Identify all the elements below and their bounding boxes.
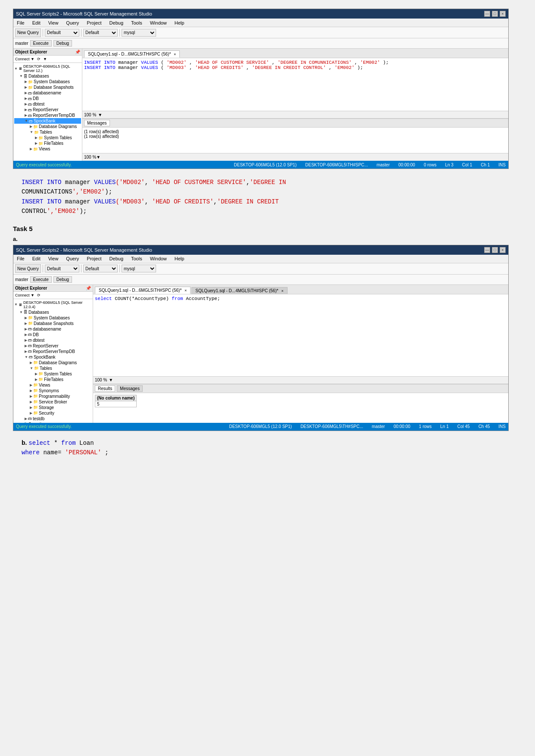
db-dropdown-2[interactable]: Default	[45, 265, 79, 272]
oe2-reportserver[interactable]: ▶ 🗃 ReportServer	[14, 343, 92, 349]
oe2-sec[interactable]: ▶ 🔒 Security	[14, 422, 92, 423]
oe2-db[interactable]: ▶ 🗃 DB	[14, 332, 92, 337]
menu-window[interactable]: Window	[148, 20, 169, 25]
debug-button-1[interactable]: Debug	[53, 40, 72, 47]
oe-refresh-btn[interactable]: ⟳	[36, 56, 41, 62]
menu-query[interactable]: Query	[64, 20, 81, 25]
query-editor-1[interactable]: INSERT INTO manager VALUES ( 'MD002' , '…	[82, 58, 508, 111]
menu-project[interactable]: Project	[85, 20, 103, 25]
menu2-view[interactable]: View	[47, 256, 60, 261]
oe2-refresh[interactable]: ⟳	[36, 293, 41, 298]
query-tab-2a[interactable]: SQLQuery1.sql - D...6MGL5\TH#SPC (56)* ×	[95, 287, 191, 294]
oe2-tables[interactable]: ▼ 📁 Tables	[14, 366, 92, 371]
oe-system-db[interactable]: ▶ 📁 System Databases	[14, 79, 81, 84]
oe2-sysdb[interactable]: ▶ 📁 System Databases	[14, 315, 92, 321]
oe2-filetables[interactable]: ▶ 📁 FileTables	[14, 377, 92, 382]
oe-diagrams[interactable]: ▶ 📁 Database Diagrams	[14, 124, 81, 129]
messages-tab-1[interactable]: Messages	[84, 120, 110, 126]
login-dropdown-2[interactable]: mysql	[122, 265, 156, 272]
minimize-button[interactable]: —	[484, 11, 490, 17]
messages2-tab[interactable]: Messages	[117, 385, 143, 392]
menu-tools[interactable]: Tools	[129, 20, 144, 25]
menu2-help[interactable]: Help	[173, 256, 186, 261]
titlebar-1: SQL Server Scripts2 - Microsoft SQL Serv…	[13, 9, 508, 19]
query-tab-2b[interactable]: SQLQuery1.sql - D...4MGL5\TH#SPC (56)* ×	[191, 287, 287, 294]
query-editor-2[interactable]: select COUNT(*AccountType) from AccountT…	[93, 294, 508, 376]
oe2-spockbank[interactable]: ▼ 🗃 SpockBank	[14, 354, 92, 360]
oe-reportserver[interactable]: ▶ 🗃 ReportServer	[14, 107, 81, 112]
code-kw-values2: VALUES	[94, 198, 116, 205]
oe2-dbtest[interactable]: ▶ 🗃 dbtest	[14, 337, 92, 343]
debug-btn-2[interactable]: Debug	[53, 276, 72, 283]
query-results-1: Messages (1 row(s) affected) (1 row(s) a…	[82, 119, 508, 153]
menu2-window[interactable]: Window	[148, 256, 169, 261]
oe-dbtest[interactable]: ▶ 🗃 dbtest	[14, 101, 81, 107]
status-left-2: Query executed successfully.	[16, 424, 72, 429]
oe-db-node[interactable]: ▶ 🗃 databasename	[14, 90, 81, 96]
database-dropdown-1[interactable]: Default	[45, 29, 79, 37]
sql-comma-4: ,	[189, 65, 195, 70]
oe-spockbank[interactable]: ▼ 🗃 SpockBank	[14, 118, 81, 124]
oe-title-2: Object Explorer	[15, 286, 47, 291]
execute-button-1[interactable]: Execute	[30, 40, 52, 47]
results2-tab[interactable]: Results	[95, 385, 115, 392]
oe-snapshots[interactable]: ▶ 📁 Database Snapshots	[14, 84, 81, 90]
oe2-diagrams[interactable]: ▶ 📁 Database Diagrams	[14, 360, 92, 366]
oe-filter-btn[interactable]: ▼	[42, 56, 48, 62]
oe2-storage[interactable]: ▶ 📁 Storage	[14, 405, 92, 410]
query-results-zoom-1: 100 % ▼	[82, 153, 508, 161]
oe2-reporttemp[interactable]: ▶ 🗃 ReportServerTempDB	[14, 349, 92, 354]
oe2-connect[interactable]: Connect ▼	[14, 293, 35, 298]
query2-tab-close[interactable]: ×	[185, 288, 187, 293]
menu2-file[interactable]: File	[15, 256, 26, 261]
oe-connect-btn[interactable]: Connect ▼	[14, 56, 35, 62]
oe-filetables[interactable]: ▶ 📁 FileTables	[14, 141, 81, 146]
menu-debug[interactable]: Debug	[108, 20, 125, 25]
oe2-security[interactable]: ▶ 📁 Security	[14, 410, 92, 416]
oe2-server[interactable]: ▼ 🖥 DESKTOP-606MGL5 (SQL Server 12.0.4)	[14, 300, 92, 309]
menu2-edit[interactable]: Edit	[31, 256, 42, 261]
query-tabs-1: SQLQuery1.sql - D...6MGL5\TH#SPC (56)* ×	[82, 49, 508, 58]
oe-views[interactable]: ▶ 📁 Views	[14, 146, 81, 152]
oe2-databases[interactable]: ▼ 🗄 Databases	[14, 309, 92, 315]
oe2-servicebroker[interactable]: ▶ 📁 Service Broker	[14, 399, 92, 405]
oe2-synonyms[interactable]: ▶ 📁 Synonyms	[14, 388, 92, 394]
server-dropdown-2[interactable]: Default	[83, 265, 118, 272]
new-query-button[interactable]: New Query	[15, 28, 41, 37]
oe-databases-node[interactable]: ▼ 🗄 Databases	[14, 73, 81, 79]
query-tab-1[interactable]: SQLQuery1.sql - D...6MGL5\TH#SPC (56)* ×	[84, 50, 180, 58]
oe2-snaps[interactable]: ▶ 📁 Database Snapshots	[14, 321, 92, 326]
menu-file[interactable]: File	[15, 20, 26, 25]
menu2-project[interactable]: Project	[85, 256, 103, 261]
code-str-8: ','EM002'	[47, 208, 80, 215]
oe2-systables[interactable]: ▶ 📁 System Tables	[14, 371, 92, 377]
menu2-query[interactable]: Query	[64, 256, 81, 261]
oe-system-tables[interactable]: ▶ 📁 System Tables	[14, 135, 81, 141]
ssms-body-1: Object Explorer 📌 Connect ▼ ⟳ ▼ ▼ 🖥 DESK…	[13, 49, 508, 161]
oe2-views[interactable]: ▶ 📁 Views	[14, 382, 92, 388]
menu-view[interactable]: View	[47, 20, 60, 25]
minimize-btn-2[interactable]: —	[484, 247, 490, 253]
maximize-button[interactable]: □	[492, 11, 498, 17]
menu-edit[interactable]: Edit	[31, 20, 42, 25]
oe2-dbname[interactable]: ▶ 🗃 databasename	[14, 326, 92, 332]
toolbar2-2: master Execute Debug	[13, 275, 508, 285]
oe-db2[interactable]: ▶ 🗃 DB	[14, 96, 81, 101]
menu2-tools[interactable]: Tools	[129, 256, 144, 261]
oe2-testdb[interactable]: ▶ 🗃 testdb	[14, 416, 92, 422]
query-tab-close-1[interactable]: ×	[174, 52, 176, 56]
oe2-programmability[interactable]: ▶ 📁 Programmability	[14, 394, 92, 399]
oe-tables[interactable]: ▼ 📁 Tables	[14, 129, 81, 135]
execute-btn-2[interactable]: Execute	[30, 276, 52, 283]
login-dropdown-1[interactable]: mysql	[122, 29, 156, 37]
oe-server-node[interactable]: ▼ 🖥 DESKTOP-606MGL5 (SQL Server 12.)	[14, 64, 81, 73]
maximize-btn-2[interactable]: □	[492, 247, 498, 253]
oe-reportservertemp[interactable]: ▶ 🗃 ReportServerTempDB	[14, 112, 81, 118]
menu-help[interactable]: Help	[173, 20, 186, 25]
query2b-tab-close[interactable]: ×	[281, 289, 283, 293]
new-query-btn-2[interactable]: New Query	[15, 264, 41, 273]
menu2-debug[interactable]: Debug	[108, 256, 125, 261]
close-btn-2[interactable]: ×	[500, 247, 506, 253]
close-button[interactable]: ×	[500, 11, 506, 17]
server-dropdown-1[interactable]: Default	[83, 29, 118, 37]
